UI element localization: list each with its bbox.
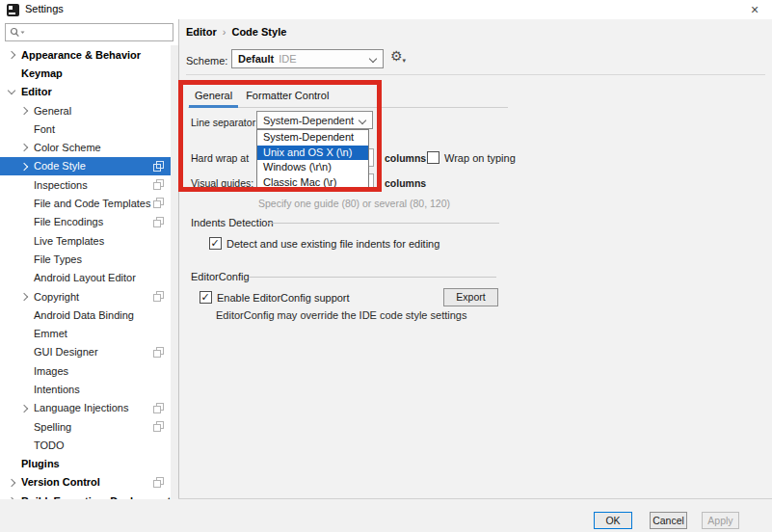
breadcrumb-code-style: Code Style [231,26,286,38]
sidebar-item-label: Images [34,365,68,377]
line-separator-label: Line separator: [191,117,258,128]
sidebar-item-file-types[interactable]: File Types [0,250,178,268]
sidebar-item-label: Live Templates [34,235,104,247]
sidebar-item-version-control[interactable]: Version Control [0,473,178,492]
cancel-button[interactable]: Cancel [650,512,687,529]
dropdown-option-classic-mac-r[interactable]: Classic Mac (\r) [257,175,368,191]
indents-section-line [268,223,499,224]
sidebar-item-label: Keymap [21,67,63,79]
sidebar-item-android-data-binding[interactable]: Android Data Binding [0,306,178,324]
enable-editorconfig-checkbox[interactable] [200,291,212,304]
sidebar-item-plugins[interactable]: Plugins [0,455,178,473]
main-panel: Editor›Code Style Scheme: Default IDE ⚙▾… [179,19,772,498]
line-separator-dropdown: System-DependentUnix and OS X (\n)Window… [256,129,369,191]
sidebar-item-label: TODO [34,439,65,451]
sidebar-item-label: Android Layout Editor [34,272,136,283]
tab-general[interactable]: General [188,85,239,107]
sidebar-item-label: File Types [34,253,82,265]
sidebar-item-images[interactable]: Images [0,361,178,380]
enable-editorconfig-label: Enable EditorConfig support [217,292,350,304]
sidebar-item-intentions[interactable]: Intentions [0,380,178,398]
settings-tree: Appearance & BehaviorKeymapEditorGeneral… [0,45,178,510]
breadcrumb-separator-icon: › [217,26,232,38]
sidebar-item-label: Spelling [34,421,71,433]
per-project-settings-icon [153,421,164,432]
sidebar-item-emmet[interactable]: Emmet [0,324,178,342]
per-project-settings-icon [153,161,164,172]
sidebar-item-live-templates[interactable]: Live Templates [0,231,178,250]
window-title: Settings [25,3,64,14]
sidebar-item-label: File Encodings [34,216,103,227]
sidebar-item-color-scheme[interactable]: Color Scheme [0,138,178,156]
indents-detection-title: Indents Detection [191,217,274,228]
sidebar-item-label: Inspections [34,179,88,191]
chevron-right-icon [20,404,28,412]
sidebar-item-keymap[interactable]: Keymap [0,64,178,82]
sidebar-item-android-layout-editor[interactable]: Android Layout Editor [0,269,178,287]
per-project-settings-icon [153,217,164,227]
sidebar-item-inspections[interactable]: Inspections [0,175,178,194]
detect-indents-checkbox[interactable] [209,237,222,250]
wrap-on-typing-checkbox[interactable] [427,151,439,164]
sidebar-item-file-encodings[interactable]: File Encodings [0,213,178,231]
sidebar-item-general[interactable]: General [0,101,178,120]
export-button[interactable]: Export [443,288,498,306]
close-icon[interactable]: × [745,1,764,18]
sidebar-item-todo[interactable]: TODO [0,436,178,454]
scheme-value: Default [238,53,274,65]
visual-guides-suffix: columns [385,177,426,189]
chevron-right-icon [20,144,28,151]
per-project-settings-icon [153,179,164,190]
tab-bar: GeneralFormatter Control [188,85,508,108]
scheme-label: Scheme: [186,55,227,66]
tab-formatter-control[interactable]: Formatter Control [239,85,335,107]
sidebar-item-language-injections[interactable]: Language Injections [0,399,178,417]
sidebar-item-file-and-code-templates[interactable]: File and Code Templates [0,194,178,212]
sidebar-item-label: Plugins [21,458,60,469]
sidebar-item-label: Appearance & Behavior [21,49,141,61]
search-input[interactable] [5,23,173,41]
sidebar-item-font[interactable]: Font [0,120,178,138]
scheme-select[interactable]: Default IDE [231,49,384,68]
breadcrumb-editor[interactable]: Editor [186,26,217,38]
sidebar-item-code-style[interactable]: Code Style [0,157,178,175]
sidebar-item-label: Font [34,123,55,135]
sidebar-item-label: General [34,105,71,117]
sidebar-item-label: Language Injections [34,402,128,413]
line-separator-select[interactable]: System-Dependent [256,111,373,129]
per-project-settings-icon [153,291,164,302]
per-project-settings-icon [153,403,164,413]
sidebar: Appearance & BehaviorKeymapEditorGeneral… [0,19,178,503]
sidebar-scrollbar[interactable] [171,45,178,504]
dropdown-option-system-dependent[interactable]: System-Dependent [257,130,368,146]
hard-wrap-label: Hard wrap at [191,152,249,164]
chevron-down-icon [359,117,366,124]
dropdown-option-windows-r-n[interactable]: Windows (\r\n) [257,160,368,175]
per-project-settings-icon [153,198,164,208]
gear-icon[interactable]: ⚙▾ [390,48,406,65]
footer-bar: OK Cancel Apply [0,499,772,532]
sidebar-item-label: Android Data Binding [34,309,134,321]
visual-guides-hint: Specify one guide (80) or several (80, 1… [258,198,450,209]
dropdown-option-unix-and-os-x-n[interactable]: Unix and OS X (\n) [257,146,368,161]
settings-window: Settings × Appearance & BehaviorKeymapEd… [0,0,772,532]
intellij-logo-icon [7,4,19,16]
chevron-right-icon [8,479,15,487]
breadcrumb: Editor›Code Style [186,26,286,38]
sidebar-item-gui-designer[interactable]: GUI Designer [0,343,178,361]
sidebar-item-label: File and Code Templates [34,198,150,209]
editorconfig-title: EditorConfig [191,271,250,282]
scheme-value-suffix: IDE [279,53,296,65]
sidebar-item-editor[interactable]: Editor [0,83,178,101]
sidebar-item-appearance-behavior[interactable]: Appearance & Behavior [0,45,178,64]
editorconfig-section-line [249,277,496,278]
chevron-right-icon [8,51,15,59]
sidebar-item-copyright[interactable]: Copyright [0,287,178,306]
chevron-right-icon [20,163,28,171]
chevron-down-icon [8,86,15,93]
sidebar-item-spelling[interactable]: Spelling [0,417,178,436]
visual-guides-label: Visual guides: [191,177,253,189]
title-bar: Settings × [0,0,772,19]
ok-button[interactable]: OK [594,512,632,529]
chevron-down-icon [369,55,377,63]
